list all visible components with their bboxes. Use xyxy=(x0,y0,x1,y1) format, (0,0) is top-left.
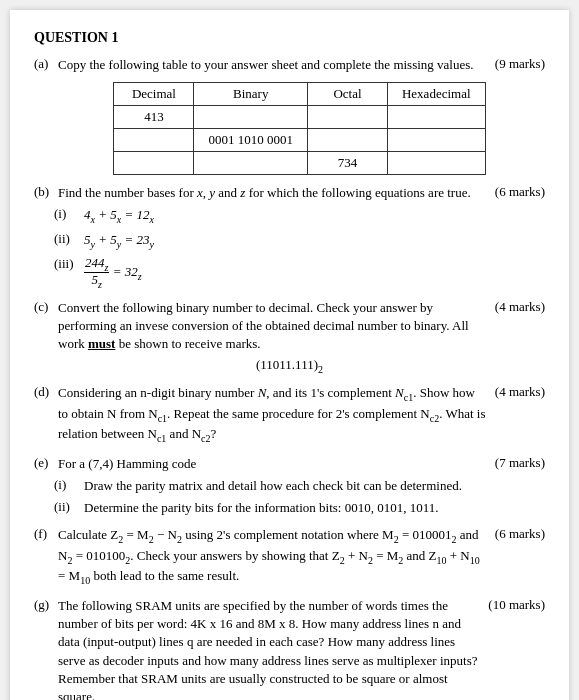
sub-b-i-label: (i) xyxy=(54,206,84,227)
sub-b-iii-text: 244z 5z = 32z xyxy=(84,256,142,290)
part-e-ii: (ii) Determine the parity bits for the i… xyxy=(54,499,545,517)
cell xyxy=(194,152,308,175)
part-a: (a) Copy the following table to your ans… xyxy=(34,56,545,175)
part-c-marks: (4 marks) xyxy=(495,299,545,315)
cell: 734 xyxy=(307,152,387,175)
part-b-text: Find the number bases for x, y and z for… xyxy=(58,184,487,202)
sub-b-i-text: 4x + 5x = 12x xyxy=(84,206,154,227)
sub-e-ii-label: (ii) xyxy=(54,499,84,517)
part-d-text: Considering an n-digit binary number N, … xyxy=(58,384,487,446)
part-e-marks: (7 marks) xyxy=(495,455,545,471)
part-b-ii: (ii) 5y + 5y = 23y xyxy=(54,231,545,252)
col-hex: Hexadecimal xyxy=(387,83,485,106)
cell xyxy=(114,129,194,152)
part-b-iii: (iii) 244z 5z = 32z xyxy=(54,256,545,290)
part-d-marks: (4 marks) xyxy=(495,384,545,400)
cell xyxy=(387,152,485,175)
part-a-marks: (9 marks) xyxy=(495,56,545,72)
part-b-label: (b) xyxy=(34,184,54,200)
part-g-marks: (10 marks) xyxy=(488,597,545,613)
exam-page: QUESTION 1 (a) Copy the following table … xyxy=(10,10,569,700)
sub-e-ii-text: Determine the parity bits for the inform… xyxy=(84,499,438,517)
cell xyxy=(114,152,194,175)
sub-b-ii-label: (ii) xyxy=(54,231,84,252)
part-b-marks: (6 marks) xyxy=(495,184,545,200)
part-f-marks: (6 marks) xyxy=(495,526,545,542)
part-a-table: Decimal Binary Octal Hexadecimal 413 xyxy=(113,82,485,175)
part-f-text: Calculate Z2 = M2 − N2 using 2's complem… xyxy=(58,526,487,588)
part-a-text: Copy the following table to your answer … xyxy=(58,56,487,74)
part-c-text: Convert the following binary number to d… xyxy=(58,299,487,354)
part-b-i: (i) 4x + 5x = 12x xyxy=(54,206,545,227)
part-f-label: (f) xyxy=(34,526,54,542)
cell: 413 xyxy=(114,106,194,129)
part-c: (c) Convert the following binary number … xyxy=(34,299,545,375)
cell xyxy=(387,129,485,152)
part-e-text: For a (7,4) Hamming code xyxy=(58,455,487,473)
cell xyxy=(307,106,387,129)
table-row: 0001 1010 0001 xyxy=(114,129,485,152)
part-g-label: (g) xyxy=(34,597,54,613)
table-row: 734 xyxy=(114,152,485,175)
col-decimal: Decimal xyxy=(114,83,194,106)
part-g: (g) The following SRAM units are specifi… xyxy=(34,597,545,700)
part-b: (b) Find the number bases for x, y and z… xyxy=(34,184,545,290)
cell: 0001 1010 0001 xyxy=(194,129,308,152)
sub-e-i-label: (i) xyxy=(54,477,84,495)
sub-b-iii-label: (iii) xyxy=(54,256,84,290)
cell xyxy=(194,106,308,129)
part-e-label: (e) xyxy=(34,455,54,471)
question-title: QUESTION 1 xyxy=(34,30,545,46)
col-octal: Octal xyxy=(307,83,387,106)
part-e: (e) For a (7,4) Hamming code (7 marks) (… xyxy=(34,455,545,518)
part-e-i: (i) Draw the parity matrix and detail ho… xyxy=(54,477,545,495)
cell xyxy=(387,106,485,129)
part-d: (d) Considering an n-digit binary number… xyxy=(34,384,545,446)
part-d-label: (d) xyxy=(34,384,54,400)
part-c-equation: (11011.111)2 xyxy=(34,357,545,375)
part-g-text: The following SRAM units are specified b… xyxy=(58,597,480,700)
cell xyxy=(307,129,387,152)
part-f: (f) Calculate Z2 = M2 − N2 using 2's com… xyxy=(34,526,545,588)
part-a-label: (a) xyxy=(34,56,54,72)
table-row: 413 xyxy=(114,106,485,129)
col-binary: Binary xyxy=(194,83,308,106)
sub-e-i-text: Draw the parity matrix and detail how ea… xyxy=(84,477,462,495)
sub-b-ii-text: 5y + 5y = 23y xyxy=(84,231,154,252)
part-c-label: (c) xyxy=(34,299,54,315)
